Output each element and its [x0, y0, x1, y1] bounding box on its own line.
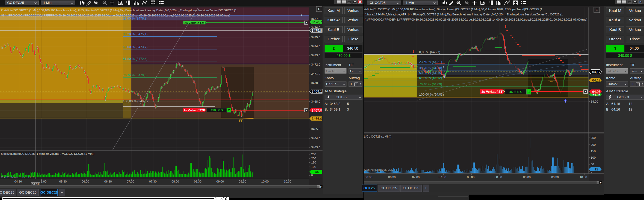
svg-text:250: 250 — [591, 136, 596, 139]
svg-text:64,06: 64,06 — [592, 90, 601, 94]
svg-text:64,17: 64,17 — [592, 70, 601, 74]
svg-text:LT: LT — [442, 66, 444, 69]
svg-text:64,12: 64,12 — [592, 78, 601, 82]
svg-text:200: 200 — [591, 143, 596, 146]
svg-text:3s Verkauf STP: 3s Verkauf STP — [481, 90, 505, 94]
svg-text:100: 100 — [591, 156, 596, 159]
svg-text:61,80 % (64,12): 61,80 % (64,12) — [419, 76, 442, 80]
svg-text:✕: ✕ — [584, 90, 587, 93]
svg-text:0,00 % (64,27): 0,00 % (64,27) — [419, 50, 440, 54]
svg-text:340,00 $: 340,00 $ — [509, 90, 522, 94]
svg-text:100,00 % (64,03): 100,00 % (64,03) — [419, 93, 444, 96]
svg-text:50: 50 — [591, 163, 594, 166]
svg-text:64,00: 64,00 — [591, 100, 598, 103]
svg-text:76,40 % (64,09): 76,40 % (64,09) — [419, 83, 442, 86]
svg-text:F: F — [596, 8, 598, 12]
svg-text:3: 3 — [528, 90, 529, 94]
svg-text:150: 150 — [591, 150, 596, 153]
svg-text:12: 12 — [595, 167, 598, 171]
svg-text:PP: PP — [550, 80, 553, 83]
svg-text:23,60 % (64,21): 23,60 % (64,21) — [419, 60, 442, 64]
